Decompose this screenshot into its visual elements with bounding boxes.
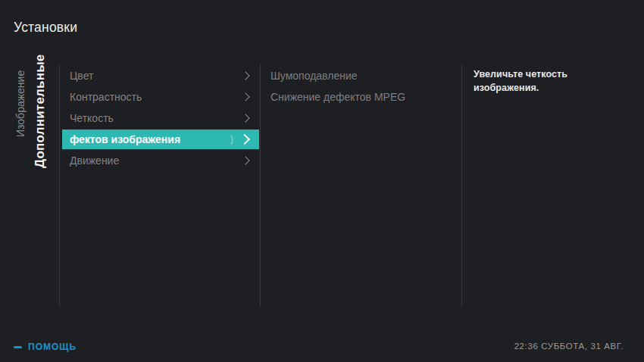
tab-advanced[interactable]: Дополнительные: [33, 54, 48, 168]
tab-picture[interactable]: Изображение: [14, 70, 27, 137]
menu-item-picture-defect-reduction[interactable]: фектов изображения ): [62, 130, 259, 149]
info-description: Увеличьте четкость изображения.: [474, 68, 634, 95]
menu-item-sharpness[interactable]: Четкость: [62, 108, 259, 129]
menu-list: Цвет Контрастность Четкость фектов изобр…: [62, 65, 259, 171]
submenu-item-label: Снижение дефектов MPEG: [270, 91, 405, 103]
chevron-right-icon: [239, 134, 250, 145]
chevron-right-icon: [241, 156, 249, 164]
dash-icon: [14, 346, 22, 348]
chevron-right-icon: [241, 92, 249, 101]
chevron-right-icon: [241, 114, 249, 122]
menu-item-label: Цвет: [70, 70, 93, 82]
scrolling-text-fragment: ): [230, 133, 233, 145]
clock-text: 22:36 СУББОТА, 31 АВГ.: [514, 342, 624, 351]
chevron-right-icon: [241, 71, 249, 80]
menu-item-motion[interactable]: Движение: [62, 150, 259, 171]
help-label: ПОМОЩЬ: [28, 342, 77, 352]
divider-middle: [260, 64, 261, 307]
menu-item-contrast[interactable]: Контрастность: [62, 86, 259, 108]
submenu-item-label: Шумоподавление: [270, 70, 358, 82]
page-title: Установки: [14, 20, 77, 36]
menu-item-label: фектов изображения: [70, 133, 180, 145]
help-button[interactable]: ПОМОЩЬ: [14, 341, 77, 353]
submenu-list: Шумоподавление Снижение дефектов MPEG: [270, 65, 452, 108]
menu-item-label: Четкость: [70, 112, 114, 124]
menu-item-color[interactable]: Цвет: [62, 65, 259, 86]
divider-left: [59, 64, 60, 307]
menu-item-label: Движение: [70, 154, 119, 167]
submenu-item-noise-reduction[interactable]: Шумоподавление: [270, 65, 452, 86]
menu-item-label: Контрастность: [70, 91, 142, 103]
divider-right: [461, 64, 462, 307]
submenu-item-mpeg-defect-reduction[interactable]: Снижение дефектов MPEG: [270, 86, 452, 108]
